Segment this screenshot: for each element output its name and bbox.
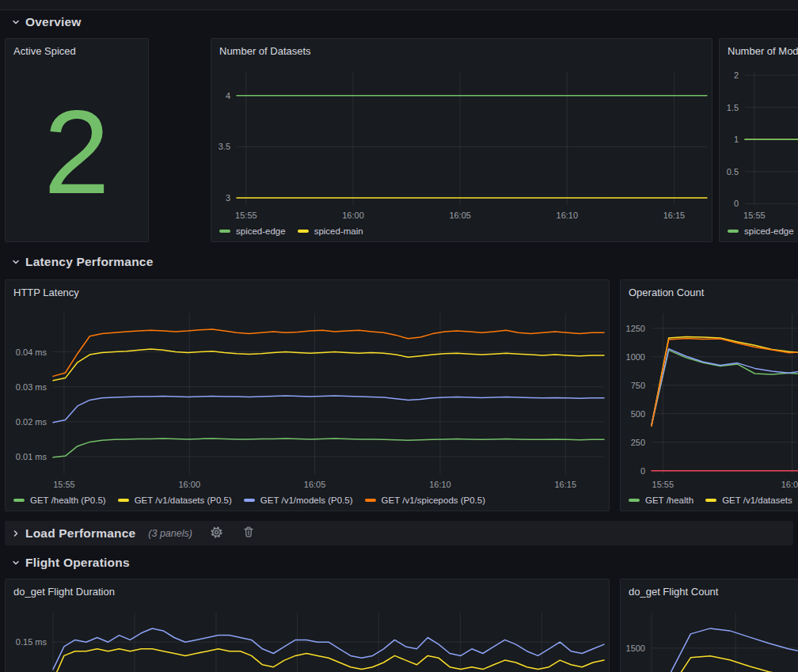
panel-title-operation-count[interactable]: Operation Count — [621, 280, 798, 304]
legend-item[interactable]: spiced-edge — [219, 226, 286, 236]
http-latency-legend: GET /health (P0.5)GET /v1/datasets (P0.5… — [6, 490, 609, 511]
legend-label: GET /health — [645, 495, 694, 505]
legend-label: spiced-main — [314, 226, 363, 236]
chevron-down-icon — [11, 558, 21, 568]
svg-text:16:10: 16:10 — [557, 211, 579, 220]
svg-text:0.03 ms: 0.03 ms — [16, 382, 48, 392]
gear-icon — [210, 526, 223, 541]
svg-text:1500: 1500 — [626, 644, 645, 653]
legend-item[interactable]: spiced-edge — [728, 226, 794, 236]
svg-text:0: 0 — [640, 466, 645, 476]
svg-text:16:15: 16:15 — [555, 480, 577, 489]
legend-label: GET /v1/models (P0.5) — [260, 495, 353, 505]
active-spiced-value: 2 — [44, 93, 109, 211]
svg-text:2: 2 — [734, 70, 739, 80]
legend-item[interactable]: spiced-main — [298, 226, 363, 236]
legend-item[interactable]: GET /health — [629, 495, 694, 505]
panel-title-flight-duration[interactable]: do_get Flight Duration — [6, 579, 609, 603]
legend-label: spiced-edge — [744, 226, 794, 236]
svg-text:1.5: 1.5 — [727, 103, 739, 112]
trash-icon — [242, 526, 255, 541]
chevron-down-icon — [11, 257, 21, 267]
svg-text:3: 3 — [226, 193, 230, 203]
svg-text:0.04 ms: 0.04 ms — [16, 347, 48, 357]
legend-label: GET /health (P0.5) — [30, 495, 106, 505]
flight-count-chart[interactable]: 50010001500 — [621, 603, 798, 672]
legend-swatch — [118, 499, 129, 502]
panel-title-flight-count[interactable]: do_get Flight Count — [621, 579, 798, 603]
load-panels-count: (3 panels) — [148, 528, 192, 539]
svg-text:16:10: 16:10 — [429, 480, 451, 489]
models-legend: spiced-edgespiced-main — [720, 221, 798, 241]
stat-value-wrap: 2 — [6, 63, 148, 241]
svg-text:16:15: 16:15 — [663, 211, 686, 220]
operation-count-chart[interactable]: 02505007501000125015:5516:0016:0516:1016… — [621, 304, 798, 492]
panel-do-get-flight-duration: do_get Flight Duration 0.15 ms0.10 ms — [5, 579, 610, 672]
legend-label: GET /v1/spicepods (P0.5) — [382, 495, 485, 505]
flight-duration-chart[interactable]: 0.15 ms0.10 ms — [6, 603, 610, 672]
datasets-chart[interactable]: 33.5415:5516:0016:0516:1016:15 — [211, 63, 712, 222]
svg-text:16:05: 16:05 — [304, 480, 326, 489]
row-delete-button[interactable] — [241, 524, 256, 542]
svg-text:4: 4 — [226, 91, 230, 101]
panel-do-get-flight-count: do_get Flight Count 50010001500 — [620, 579, 798, 672]
legend-swatch — [298, 230, 309, 233]
legend-item[interactable]: GET /health (P0.5) — [13, 495, 106, 505]
section-title-flight: Flight Operations — [25, 556, 130, 570]
chevron-down-icon — [11, 17, 21, 27]
svg-text:250: 250 — [631, 438, 645, 447]
svg-text:15:55: 15:55 — [743, 211, 766, 220]
svg-text:15:55: 15:55 — [235, 211, 257, 220]
section-header-overview[interactable]: Overview — [5, 10, 82, 34]
legend-label: spiced-edge — [236, 226, 286, 236]
legend-item[interactable]: GET /v1/spicepods (P0.5) — [365, 495, 485, 505]
svg-text:16:00: 16:00 — [342, 211, 364, 220]
section-header-flight[interactable]: Flight Operations — [5, 551, 130, 575]
svg-text:0.02 ms: 0.02 ms — [16, 417, 48, 427]
svg-text:0.01 ms: 0.01 ms — [16, 452, 48, 461]
legend-label: GET /v1/datasets (P0.5) — [135, 495, 232, 505]
svg-text:0.15 ms: 0.15 ms — [16, 637, 48, 647]
section-title-overview: Overview — [25, 15, 82, 29]
panel-active-spiced: Active Spiced 2 — [5, 38, 149, 242]
legend-swatch — [705, 499, 716, 502]
panel-title-active-spiced[interactable]: Active Spiced — [6, 39, 148, 63]
panel-title-http-latency[interactable]: HTTP Latency — [6, 280, 609, 304]
svg-text:0: 0 — [734, 199, 739, 208]
svg-text:15:55: 15:55 — [53, 480, 75, 489]
section-header-load[interactable]: Load Performance (3 panels) — [5, 521, 256, 545]
section-title-latency: Latency Performance — [25, 255, 153, 269]
svg-text:1: 1 — [734, 135, 739, 144]
http-latency-chart[interactable]: 0.01 ms0.02 ms0.03 ms0.04 ms15:5516:0016… — [6, 304, 610, 492]
legend-swatch — [244, 499, 255, 502]
panel-number-of-models: Number of Models 00.511.5215:5516:0016:0… — [719, 38, 798, 242]
legend-label: GET /v1/datasets — [722, 495, 792, 505]
top-toolbar-edge — [0, 0, 798, 10]
operation-count-legend: GET /healthGET /v1/datasetsGET /v1/model… — [621, 490, 798, 511]
section-title-load: Load Performance — [25, 526, 135, 541]
svg-text:16:00: 16:00 — [178, 480, 200, 489]
svg-text:500: 500 — [631, 409, 645, 419]
row-settings-button[interactable] — [208, 524, 225, 543]
panel-title-number-of-datasets[interactable]: Number of Datasets — [211, 39, 712, 63]
legend-swatch — [629, 499, 640, 502]
panel-http-latency: HTTP Latency 0.01 ms0.02 ms0.03 ms0.04 m… — [5, 279, 610, 511]
svg-text:1250: 1250 — [626, 324, 645, 333]
panel-title-number-of-models[interactable]: Number of Models — [720, 39, 798, 63]
svg-text:750: 750 — [631, 381, 645, 390]
svg-text:15:55: 15:55 — [652, 480, 674, 489]
legend-swatch — [13, 499, 25, 502]
chevron-right-icon — [11, 529, 21, 538]
legend-swatch — [728, 230, 739, 233]
section-header-latency[interactable]: Latency Performance — [5, 250, 153, 274]
svg-text:3.5: 3.5 — [218, 142, 230, 151]
legend-item[interactable]: GET /v1/models (P0.5) — [244, 495, 353, 505]
panel-operation-count: Operation Count 02505007501000125015:551… — [620, 279, 798, 511]
svg-text:0.5: 0.5 — [727, 167, 739, 177]
models-chart[interactable]: 00.511.5215:5516:0016:0516:1016:15 — [720, 63, 798, 222]
legend-swatch — [365, 499, 376, 502]
legend-item[interactable]: GET /v1/datasets (P0.5) — [118, 495, 232, 505]
svg-text:1000: 1000 — [626, 352, 645, 362]
legend-item[interactable]: GET /v1/datasets — [705, 495, 792, 505]
panel-number-of-datasets: Number of Datasets 33.5415:5516:0016:051… — [211, 38, 712, 242]
